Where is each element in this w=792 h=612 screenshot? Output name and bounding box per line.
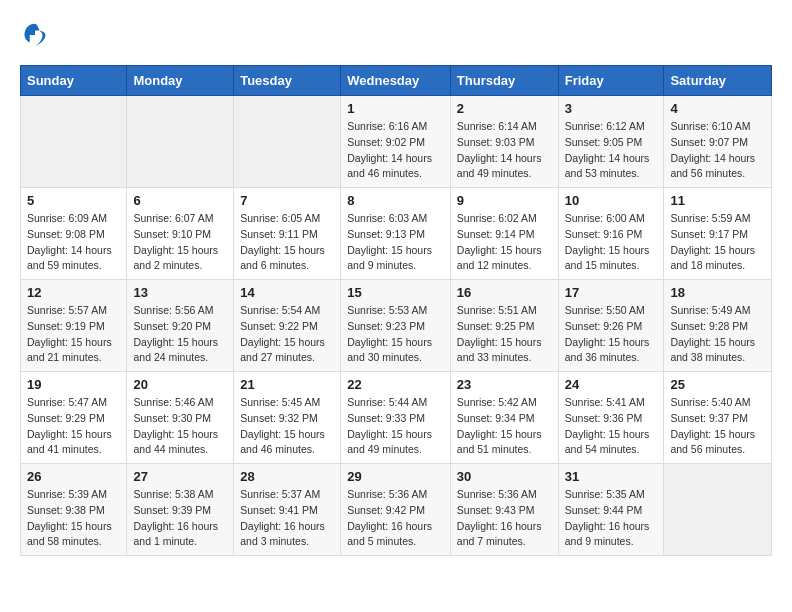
- day-info: Sunrise: 5:44 AMSunset: 9:33 PMDaylight:…: [347, 395, 444, 458]
- calendar-cell: 4Sunrise: 6:10 AMSunset: 9:07 PMDaylight…: [664, 96, 772, 188]
- day-info: Sunrise: 5:56 AMSunset: 9:20 PMDaylight:…: [133, 303, 227, 366]
- calendar-cell: 11Sunrise: 5:59 AMSunset: 9:17 PMDayligh…: [664, 188, 772, 280]
- day-info: Sunrise: 5:45 AMSunset: 9:32 PMDaylight:…: [240, 395, 334, 458]
- calendar-cell: 23Sunrise: 5:42 AMSunset: 9:34 PMDayligh…: [450, 372, 558, 464]
- day-number: 9: [457, 193, 552, 208]
- header-wednesday: Wednesday: [341, 66, 451, 96]
- day-info: Sunrise: 5:42 AMSunset: 9:34 PMDaylight:…: [457, 395, 552, 458]
- page-header: [20, 20, 772, 50]
- day-info: Sunrise: 6:00 AMSunset: 9:16 PMDaylight:…: [565, 211, 658, 274]
- day-info: Sunrise: 5:54 AMSunset: 9:22 PMDaylight:…: [240, 303, 334, 366]
- calendar-cell: 19Sunrise: 5:47 AMSunset: 9:29 PMDayligh…: [21, 372, 127, 464]
- day-info: Sunrise: 6:16 AMSunset: 9:02 PMDaylight:…: [347, 119, 444, 182]
- day-info: Sunrise: 6:02 AMSunset: 9:14 PMDaylight:…: [457, 211, 552, 274]
- day-number: 18: [670, 285, 765, 300]
- day-number: 8: [347, 193, 444, 208]
- logo-icon: [20, 20, 50, 50]
- calendar-cell: 15Sunrise: 5:53 AMSunset: 9:23 PMDayligh…: [341, 280, 451, 372]
- day-number: 30: [457, 469, 552, 484]
- day-info: Sunrise: 5:37 AMSunset: 9:41 PMDaylight:…: [240, 487, 334, 550]
- day-info: Sunrise: 6:05 AMSunset: 9:11 PMDaylight:…: [240, 211, 334, 274]
- day-number: 1: [347, 101, 444, 116]
- day-info: Sunrise: 5:41 AMSunset: 9:36 PMDaylight:…: [565, 395, 658, 458]
- calendar-week-row: 19Sunrise: 5:47 AMSunset: 9:29 PMDayligh…: [21, 372, 772, 464]
- calendar-cell: 30Sunrise: 5:36 AMSunset: 9:43 PMDayligh…: [450, 464, 558, 556]
- header-sunday: Sunday: [21, 66, 127, 96]
- calendar-cell: 28Sunrise: 5:37 AMSunset: 9:41 PMDayligh…: [234, 464, 341, 556]
- calendar-cell: [664, 464, 772, 556]
- calendar-cell: [127, 96, 234, 188]
- calendar-week-row: 12Sunrise: 5:57 AMSunset: 9:19 PMDayligh…: [21, 280, 772, 372]
- calendar-cell: 7Sunrise: 6:05 AMSunset: 9:11 PMDaylight…: [234, 188, 341, 280]
- calendar-week-row: 5Sunrise: 6:09 AMSunset: 9:08 PMDaylight…: [21, 188, 772, 280]
- day-info: Sunrise: 6:10 AMSunset: 9:07 PMDaylight:…: [670, 119, 765, 182]
- day-info: Sunrise: 5:40 AMSunset: 9:37 PMDaylight:…: [670, 395, 765, 458]
- calendar-cell: 20Sunrise: 5:46 AMSunset: 9:30 PMDayligh…: [127, 372, 234, 464]
- day-number: 29: [347, 469, 444, 484]
- calendar-header-row: SundayMondayTuesdayWednesdayThursdayFrid…: [21, 66, 772, 96]
- day-info: Sunrise: 5:57 AMSunset: 9:19 PMDaylight:…: [27, 303, 120, 366]
- calendar-cell: 14Sunrise: 5:54 AMSunset: 9:22 PMDayligh…: [234, 280, 341, 372]
- day-number: 21: [240, 377, 334, 392]
- day-number: 7: [240, 193, 334, 208]
- calendar-cell: 18Sunrise: 5:49 AMSunset: 9:28 PMDayligh…: [664, 280, 772, 372]
- day-info: Sunrise: 5:53 AMSunset: 9:23 PMDaylight:…: [347, 303, 444, 366]
- day-number: 3: [565, 101, 658, 116]
- day-number: 14: [240, 285, 334, 300]
- calendar-cell: 29Sunrise: 5:36 AMSunset: 9:42 PMDayligh…: [341, 464, 451, 556]
- day-number: 12: [27, 285, 120, 300]
- calendar-cell: 16Sunrise: 5:51 AMSunset: 9:25 PMDayligh…: [450, 280, 558, 372]
- day-info: Sunrise: 5:50 AMSunset: 9:26 PMDaylight:…: [565, 303, 658, 366]
- day-number: 10: [565, 193, 658, 208]
- calendar-cell: 3Sunrise: 6:12 AMSunset: 9:05 PMDaylight…: [558, 96, 664, 188]
- day-info: Sunrise: 5:35 AMSunset: 9:44 PMDaylight:…: [565, 487, 658, 550]
- calendar-cell: 13Sunrise: 5:56 AMSunset: 9:20 PMDayligh…: [127, 280, 234, 372]
- calendar-cell: [21, 96, 127, 188]
- header-thursday: Thursday: [450, 66, 558, 96]
- calendar-cell: 24Sunrise: 5:41 AMSunset: 9:36 PMDayligh…: [558, 372, 664, 464]
- day-info: Sunrise: 6:03 AMSunset: 9:13 PMDaylight:…: [347, 211, 444, 274]
- calendar-cell: 12Sunrise: 5:57 AMSunset: 9:19 PMDayligh…: [21, 280, 127, 372]
- calendar-cell: 25Sunrise: 5:40 AMSunset: 9:37 PMDayligh…: [664, 372, 772, 464]
- day-number: 4: [670, 101, 765, 116]
- calendar-cell: 2Sunrise: 6:14 AMSunset: 9:03 PMDaylight…: [450, 96, 558, 188]
- calendar-cell: 21Sunrise: 5:45 AMSunset: 9:32 PMDayligh…: [234, 372, 341, 464]
- day-number: 25: [670, 377, 765, 392]
- calendar-cell: 9Sunrise: 6:02 AMSunset: 9:14 PMDaylight…: [450, 188, 558, 280]
- day-number: 27: [133, 469, 227, 484]
- day-number: 6: [133, 193, 227, 208]
- day-info: Sunrise: 5:36 AMSunset: 9:42 PMDaylight:…: [347, 487, 444, 550]
- day-number: 24: [565, 377, 658, 392]
- header-saturday: Saturday: [664, 66, 772, 96]
- day-number: 23: [457, 377, 552, 392]
- day-info: Sunrise: 5:51 AMSunset: 9:25 PMDaylight:…: [457, 303, 552, 366]
- calendar-cell: 5Sunrise: 6:09 AMSunset: 9:08 PMDaylight…: [21, 188, 127, 280]
- calendar-cell: 27Sunrise: 5:38 AMSunset: 9:39 PMDayligh…: [127, 464, 234, 556]
- day-number: 22: [347, 377, 444, 392]
- day-number: 26: [27, 469, 120, 484]
- day-info: Sunrise: 5:38 AMSunset: 9:39 PMDaylight:…: [133, 487, 227, 550]
- day-number: 13: [133, 285, 227, 300]
- day-info: Sunrise: 5:59 AMSunset: 9:17 PMDaylight:…: [670, 211, 765, 274]
- day-info: Sunrise: 5:46 AMSunset: 9:30 PMDaylight:…: [133, 395, 227, 458]
- day-number: 31: [565, 469, 658, 484]
- day-number: 2: [457, 101, 552, 116]
- day-number: 5: [27, 193, 120, 208]
- day-info: Sunrise: 5:49 AMSunset: 9:28 PMDaylight:…: [670, 303, 765, 366]
- day-number: 17: [565, 285, 658, 300]
- day-info: Sunrise: 6:07 AMSunset: 9:10 PMDaylight:…: [133, 211, 227, 274]
- calendar-cell: 17Sunrise: 5:50 AMSunset: 9:26 PMDayligh…: [558, 280, 664, 372]
- calendar-table: SundayMondayTuesdayWednesdayThursdayFrid…: [20, 65, 772, 556]
- day-info: Sunrise: 5:36 AMSunset: 9:43 PMDaylight:…: [457, 487, 552, 550]
- day-info: Sunrise: 5:47 AMSunset: 9:29 PMDaylight:…: [27, 395, 120, 458]
- day-number: 15: [347, 285, 444, 300]
- header-monday: Monday: [127, 66, 234, 96]
- calendar-cell: 1Sunrise: 6:16 AMSunset: 9:02 PMDaylight…: [341, 96, 451, 188]
- day-info: Sunrise: 5:39 AMSunset: 9:38 PMDaylight:…: [27, 487, 120, 550]
- day-info: Sunrise: 6:12 AMSunset: 9:05 PMDaylight:…: [565, 119, 658, 182]
- calendar-cell: 6Sunrise: 6:07 AMSunset: 9:10 PMDaylight…: [127, 188, 234, 280]
- day-number: 20: [133, 377, 227, 392]
- calendar-cell: 31Sunrise: 5:35 AMSunset: 9:44 PMDayligh…: [558, 464, 664, 556]
- calendar-cell: [234, 96, 341, 188]
- logo: [20, 20, 54, 50]
